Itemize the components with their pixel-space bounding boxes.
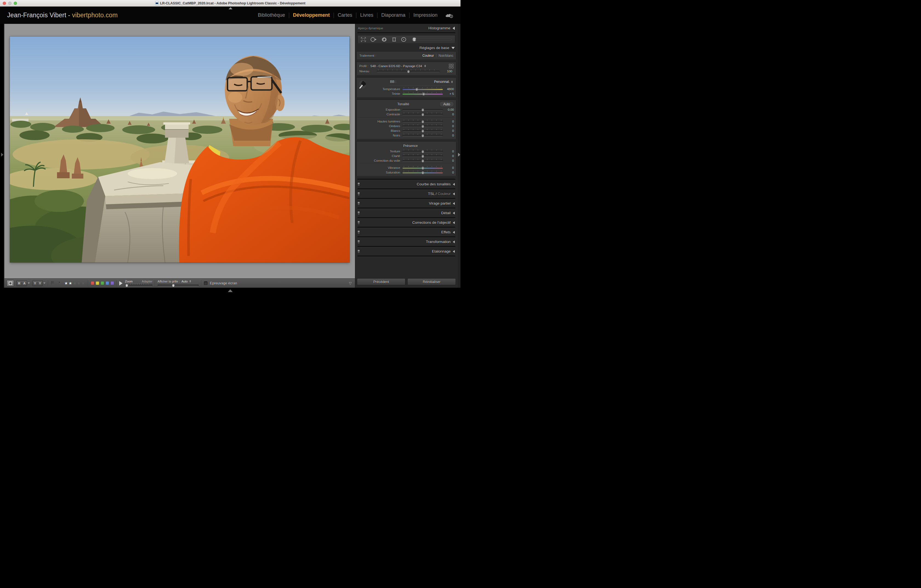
whites-value[interactable]: 0: [443, 129, 455, 132]
exposure-slider-thumb[interactable]: [421, 108, 424, 112]
exposure-value[interactable]: 0,00: [443, 108, 455, 111]
color-label-blue[interactable]: [106, 282, 109, 285]
temperature-slider-track[interactable]: [402, 89, 443, 90]
basic-panel-expand-icon[interactable]: [451, 47, 455, 49]
wb-eyedropper-icon[interactable]: [359, 80, 367, 89]
histogram-collapse-icon[interactable]: [452, 27, 455, 30]
wb-value[interactable]: Personnal.: [434, 80, 450, 84]
graduated-filter-tool-icon[interactable]: [391, 36, 397, 42]
amount-value[interactable]: 100: [441, 70, 453, 73]
smart-preview-status[interactable]: Aperçu dynamique: [358, 27, 383, 30]
star-icon[interactable]: ★: [64, 281, 68, 285]
profile-browser-icon[interactable]: [449, 64, 453, 68]
red-eye-tool-icon[interactable]: [381, 36, 387, 42]
tint-value[interactable]: + 5: [443, 92, 455, 95]
treatment-color[interactable]: Couleur: [422, 54, 434, 58]
panel-toggle-switch[interactable]: [358, 182, 360, 186]
saturation-value[interactable]: 0: [443, 171, 455, 174]
contrast-value[interactable]: 0: [443, 113, 455, 116]
photo-canvas[interactable]: [10, 36, 350, 262]
blacks-value[interactable]: 0: [443, 134, 455, 137]
module-book[interactable]: Livres: [360, 12, 373, 18]
grid-slider-thumb[interactable]: [172, 283, 175, 287]
treatment-bw[interactable]: Noir/blanc: [439, 54, 453, 58]
panel-hsl-color[interactable]: TSL / Couleur: [355, 190, 457, 197]
panel-tone-curve[interactable]: Courbe des tonalités: [355, 181, 457, 188]
reference-view-caret-icon[interactable]: [28, 282, 30, 284]
star-icon[interactable]: ★: [68, 281, 73, 285]
color-label-yellow[interactable]: [96, 282, 99, 285]
expand-icon[interactable]: [453, 192, 455, 195]
panel-toggle-switch[interactable]: [358, 240, 360, 244]
flag-reject-icon[interactable]: [57, 281, 62, 285]
star-rating[interactable]: ★★★★★: [64, 281, 86, 285]
histogram-header[interactable]: Histogramme: [428, 26, 450, 30]
auto-tone-button[interactable]: Auto: [439, 101, 454, 107]
star-icon[interactable]: ★: [77, 281, 81, 285]
texture-value[interactable]: 0: [443, 150, 455, 153]
panel-effects[interactable]: Effets: [355, 228, 457, 236]
panel-toggle-switch[interactable]: [358, 202, 360, 205]
star-icon[interactable]: ★: [81, 281, 85, 285]
right-panel-toggle[interactable]: [458, 153, 460, 156]
reset-button[interactable]: Réinitialiser: [407, 279, 456, 285]
expand-icon[interactable]: [453, 212, 455, 215]
dehaze-value[interactable]: 0: [443, 159, 455, 162]
basic-panel-header[interactable]: Réglages de base: [355, 44, 457, 51]
color-label-purple[interactable]: [111, 282, 114, 285]
expand-icon[interactable]: [453, 250, 455, 253]
shadows-value[interactable]: 0: [443, 124, 455, 128]
grid-stepper-icon[interactable]: [189, 280, 191, 282]
fit-label[interactable]: Adapter: [142, 280, 152, 283]
left-panel-toggle[interactable]: [1, 153, 3, 156]
panel-toggle-switch[interactable]: [358, 221, 360, 225]
filmstrip-toggle[interactable]: [228, 289, 233, 292]
grid-slider-track[interactable]: [158, 285, 199, 286]
toolbar-options-icon[interactable]: ▽: [349, 281, 351, 285]
profile-stepper-icon[interactable]: [424, 65, 426, 67]
crop-tool-icon[interactable]: [360, 36, 366, 42]
wb-stepper-icon[interactable]: [451, 81, 453, 83]
panel-toggle-switch[interactable]: [358, 211, 360, 215]
previous-button[interactable]: Précédent: [357, 279, 405, 285]
panel-transform[interactable]: Transformation: [355, 238, 457, 246]
panel-calibration[interactable]: Etalonnage: [355, 248, 457, 255]
panel-toggle-switch[interactable]: [358, 249, 360, 253]
sync-status-cloud-icon[interactable]: [445, 13, 453, 18]
grid-value[interactable]: Auto: [181, 280, 188, 283]
panel-detail[interactable]: Détail: [355, 209, 457, 217]
before-after-caret-icon[interactable]: [43, 282, 46, 284]
star-icon[interactable]: ★: [73, 281, 77, 285]
clarity-value[interactable]: 0: [443, 155, 455, 158]
module-develop[interactable]: Développement: [293, 12, 330, 18]
spot-removal-tool-icon[interactable]: [370, 36, 377, 42]
module-library[interactable]: Bibliothèque: [258, 12, 285, 18]
temperature-value[interactable]: 4800: [443, 88, 455, 91]
vibrance-value[interactable]: 0: [443, 166, 455, 169]
soft-proof-label[interactable]: Epreuvage écran: [210, 281, 237, 285]
slideshow-play-icon[interactable]: [119, 281, 122, 285]
expand-icon[interactable]: [453, 202, 455, 205]
before-after-view-button[interactable]: YY: [33, 280, 43, 286]
reference-view-button[interactable]: RA: [16, 280, 27, 286]
module-map[interactable]: Cartes: [338, 12, 352, 18]
panel-toggle-switch[interactable]: [358, 192, 360, 196]
panel-lens-corrections[interactable]: Corrections de l'objectif: [355, 219, 457, 226]
zoom-slider-track[interactable]: [125, 285, 152, 286]
radial-filter-tool-icon[interactable]: [401, 36, 407, 42]
color-label-green[interactable]: [101, 282, 104, 285]
zoom-label[interactable]: Zoom: [125, 280, 133, 283]
panel-split-toning[interactable]: Virage partiel: [355, 200, 457, 207]
panel-toggle-switch[interactable]: [358, 230, 360, 234]
expand-icon[interactable]: [453, 222, 455, 224]
adjustment-brush-tool-icon[interactable]: [411, 36, 452, 42]
expand-icon[interactable]: [453, 231, 455, 234]
module-slideshow[interactable]: Diaporama: [381, 12, 405, 18]
color-label-red[interactable]: [91, 282, 94, 285]
expand-icon[interactable]: [453, 241, 455, 243]
flag-pick-icon[interactable]: [51, 281, 55, 285]
module-print[interactable]: Impression: [413, 12, 438, 18]
expand-icon[interactable]: [453, 183, 455, 186]
top-panel-toggle-icon[interactable]: [229, 7, 233, 9]
loupe-view-button[interactable]: [7, 280, 14, 286]
